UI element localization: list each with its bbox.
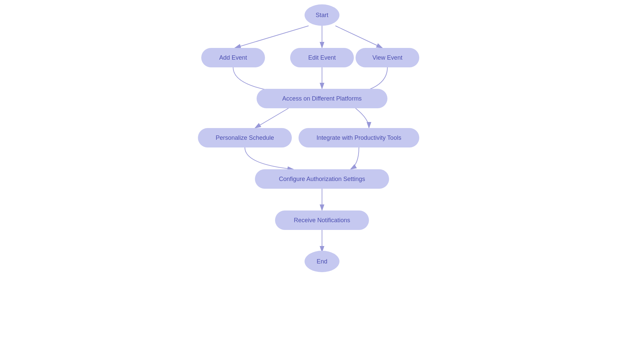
start-label: Start [316, 12, 328, 18]
notifications-label: Receive Notifications [294, 217, 350, 224]
diagram-container: Start Add Event Edit Event View Event Ac… [0, 0, 644, 362]
view-event-label: View Event [372, 54, 402, 61]
auth-settings-label: Configure Authorization Settings [279, 176, 365, 182]
access-platforms-label: Access on Different Platforms [282, 95, 362, 102]
personalize-label: Personalize Schedule [216, 134, 274, 141]
edit-event-label: Edit Event [308, 54, 336, 61]
end-label: End [317, 258, 327, 265]
diagram-svg: Start Add Event Edit Event View Event Ac… [0, 0, 644, 362]
add-event-label: Add Event [219, 54, 247, 61]
integrate-label: Integrate with Productivity Tools [317, 134, 401, 141]
